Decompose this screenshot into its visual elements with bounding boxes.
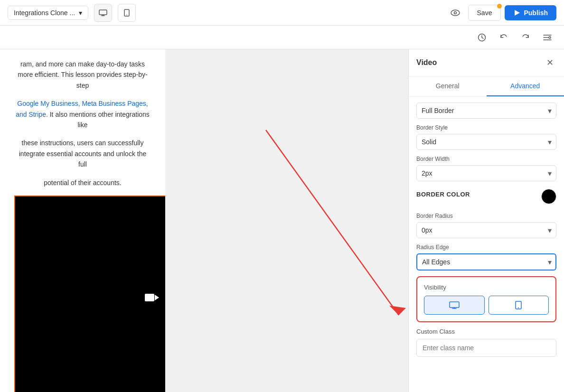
redo-button[interactable]	[517, 28, 535, 47]
video-play-icon	[145, 292, 159, 303]
svg-point-14	[518, 308, 519, 308]
panel-body: Full Border No Border Top Bottom Left Ri…	[409, 97, 564, 368]
unsaved-indicator	[497, 4, 502, 9]
border-width-select[interactable]: 1px 2px 3px 4px 5px	[416, 165, 556, 181]
custom-class-group: Custom Class	[416, 328, 556, 357]
canvas-text-4: potential of their accounts.	[14, 177, 151, 188]
svg-rect-12	[450, 302, 459, 308]
border-width-group: Border Width 1px 2px 3px 4px 5px	[416, 156, 556, 181]
svg-rect-0	[99, 10, 107, 15]
svg-point-3	[451, 10, 460, 16]
visibility-section: Visibility	[416, 276, 556, 322]
settings-toggle-button[interactable]	[538, 28, 556, 47]
border-width-select-wrapper: 1px 2px 3px 4px 5px	[416, 165, 556, 181]
save-button[interactable]: Save	[468, 5, 501, 21]
radius-edge-label: Radius Edge	[416, 244, 556, 251]
custom-class-label: Custom Class	[416, 328, 556, 335]
border-style-label: Border Style	[416, 124, 556, 131]
history-button[interactable]	[473, 28, 491, 47]
border-radius-label: Border Radius	[416, 213, 556, 219]
border-radius-select-wrapper: 0px 4px 8px 12px 16px 50%	[416, 222, 556, 238]
panel-header: Video ✕	[409, 49, 564, 76]
eye-button[interactable]	[446, 4, 464, 22]
tab-advanced[interactable]: Advanced	[487, 76, 564, 96]
project-selector[interactable]: Integrations Clone ... ▾	[8, 6, 88, 20]
svg-rect-8	[145, 294, 154, 301]
border-type-select[interactable]: Full Border No Border Top Bottom Left Ri…	[416, 103, 556, 119]
custom-class-input[interactable]	[416, 339, 556, 357]
panel-title: Video	[416, 58, 437, 67]
right-panel: Video ✕ General Advanced Full Border No …	[408, 49, 564, 392]
radius-edge-select[interactable]: All Edges Top Left Top Right Bottom Left…	[416, 253, 556, 271]
top-bar-left: Integrations Clone ... ▾	[8, 4, 136, 22]
canvas-content: ram, and more can make day-to-day tasks …	[0, 49, 165, 392]
panel-close-button[interactable]: ✕	[543, 56, 556, 69]
canvas-text-1: ram, and more can make day-to-day tasks …	[14, 59, 151, 91]
border-style-select-wrapper: Solid Dashed Dotted	[416, 134, 556, 150]
secondary-bar	[0, 26, 564, 49]
panel-tabs: General Advanced	[409, 76, 564, 97]
top-bar: Integrations Clone ... ▾ Save Pu	[0, 0, 564, 26]
desktop-view-button[interactable]	[94, 4, 112, 22]
border-type-group: Full Border No Border Top Bottom Left Ri…	[416, 103, 556, 119]
canvas-text-3: these instructions, users can successful…	[14, 138, 151, 169]
svg-point-4	[454, 11, 456, 14]
tab-general[interactable]: General	[409, 76, 487, 96]
border-type-select-wrapper: Full Border No Border Top Bottom Left Ri…	[416, 103, 556, 119]
border-style-select[interactable]: Solid Dashed Dotted	[416, 134, 556, 150]
svg-marker-5	[515, 10, 520, 16]
tablet-view-button[interactable]	[118, 4, 136, 22]
tablet-visibility-button[interactable]	[489, 296, 549, 315]
radius-edge-group: Radius Edge All Edges Top Left Top Right…	[416, 244, 556, 271]
border-color-row: BORDER COLOR	[416, 187, 556, 206]
border-width-label: Border Width	[416, 156, 556, 162]
desktop-visibility-button[interactable]	[424, 296, 485, 315]
chevron-down-icon: ▾	[79, 9, 82, 17]
undo-button[interactable]	[495, 28, 513, 47]
svg-marker-11	[389, 306, 406, 315]
svg-point-2	[126, 14, 127, 15]
svg-line-10	[266, 130, 399, 315]
visibility-label: Visibility	[424, 284, 549, 291]
svg-marker-9	[155, 295, 159, 300]
border-color-swatch[interactable]	[541, 189, 556, 204]
video-element[interactable]: VIDEO	[14, 196, 165, 392]
publish-button[interactable]: Publish	[505, 5, 556, 20]
canvas-text-2: Google My Business, Meta Business Pages,…	[14, 98, 151, 130]
border-style-group: Border Style Solid Dashed Dotted	[416, 124, 556, 150]
border-radius-select[interactable]: 0px 4px 8px 12px 16px 50%	[416, 222, 556, 238]
svg-point-7	[549, 37, 551, 38]
visibility-buttons	[424, 296, 549, 315]
project-name: Integrations Clone ...	[14, 9, 75, 17]
canvas-area: ram, and more can make day-to-day tasks …	[0, 49, 165, 392]
radius-edge-select-wrapper: All Edges Top Left Top Right Bottom Left…	[416, 253, 556, 271]
top-bar-right: Save Publish	[446, 4, 556, 22]
border-radius-group: Border Radius 0px 4px 8px 12px 16px 50%	[416, 213, 556, 238]
border-color-label: BORDER COLOR	[416, 191, 470, 198]
